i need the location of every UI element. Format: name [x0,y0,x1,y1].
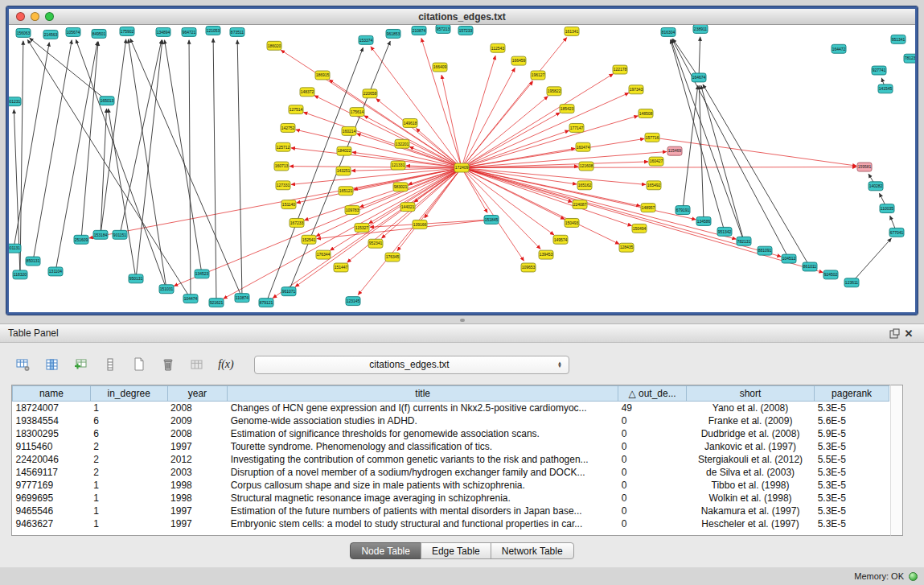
cell-out_degree[interactable]: 0 [618,479,687,492]
graph-edge[interactable] [699,37,700,78]
graph-edge[interactable] [101,109,107,235]
graph-node[interactable]: 951342 [717,227,732,236]
cell-name[interactable]: 18724007 [13,402,91,415]
column-header-in_degree[interactable]: in_degree [90,386,167,402]
graph-node[interactable]: 140282 [869,182,883,191]
graph-edge[interactable] [189,40,191,299]
graph-node[interactable]: 186020 [267,41,281,50]
cell-pagerank[interactable]: 5.3E-5 [815,440,889,453]
close-panel-icon[interactable]: ✕ [901,327,916,340]
graph-node[interactable]: 110874 [235,294,249,303]
graph-node[interactable]: 220658 [363,89,377,98]
graph-node[interactable]: 901151 [113,230,127,239]
graph-node[interactable]: 134894 [156,27,170,36]
graph-node[interactable]: 123611 [844,278,859,287]
cell-name[interactable]: 9465546 [13,505,91,517]
cell-short[interactable]: Jankovic et al. (1997) [686,440,814,453]
cell-pagerank[interactable]: 5.3E-5 [815,505,889,517]
network-table-selector[interactable]: citations_edges.txt ▲▼ [254,356,569,374]
graph-edge[interactable] [20,41,23,275]
graph-node[interactable]: 185423 [560,105,574,113]
graph-node[interactable]: 879121 [259,299,273,307]
cell-short[interactable]: Tibbo et al. (1998) [686,479,814,492]
delete-icon[interactable] [156,354,180,375]
graph-node[interactable]: 961071 [281,287,296,296]
table-row[interactable]: 911546021997Tourette syndrome. Phenomeno… [13,440,889,453]
table-row[interactable]: 2242004622012Investigating the contribut… [13,453,889,466]
graph-node[interactable]: 121608 [579,162,593,171]
graph-edge[interactable] [699,85,704,221]
graph-edge[interactable] [357,134,462,168]
cell-in_degree[interactable]: 1 [90,479,167,492]
graph-node[interactable]: 251609 [74,235,88,244]
cell-out_degree[interactable]: 49 [618,402,687,415]
cell-in_degree[interactable]: 2 [90,440,167,453]
graph-edge[interactable] [317,220,491,239]
cell-name[interactable]: 9699695 [13,492,91,505]
graph-edge[interactable] [213,39,216,303]
cell-pagerank[interactable]: 5.5E-5 [815,453,889,466]
graph-node[interactable]: 176345 [385,253,400,262]
graph-node[interactable]: 127331 [276,181,290,190]
cell-title[interactable]: Estimation of the future numbers of pati… [228,505,618,517]
graph-node[interactable]: 148372 [300,88,314,97]
graph-node[interactable]: 677041 [889,228,904,237]
graph-node[interactable]: 983021 [393,183,408,192]
table-row[interactable]: 946362711997Embryonic stem cells: a mode… [13,517,889,530]
graph-node[interactable]: 927741 [872,66,886,75]
cell-pagerank[interactable]: 5.3E-5 [815,479,889,492]
graph-node[interactable]: 816304 [661,27,676,36]
graph-edge[interactable] [683,85,698,210]
graph-node[interactable]: 184022 [337,146,351,155]
graph-node[interactable]: 141545 [878,84,893,93]
graph-node[interactable]: 115327 [355,223,369,232]
cell-out_degree[interactable]: 0 [618,414,687,427]
add-column-icon[interactable] [69,354,93,375]
network-canvas[interactable]: 1724091560632145631056748495011759021348… [9,25,915,312]
graph-node[interactable]: 150494 [632,224,647,233]
cell-in_degree[interactable]: 1 [90,492,167,505]
table-row[interactable]: 1456911722003Disruption of a novel membe… [13,466,889,479]
graph-node[interactable]: 952341 [368,239,383,248]
table-scrollbar[interactable] [890,385,903,536]
graph-node[interactable]: 901231 [9,97,21,106]
graph-node[interactable]: 861011 [803,262,817,271]
graph-node[interactable]: 121053 [206,26,220,35]
cell-short[interactable]: Nakamura et al. (1997) [686,505,814,517]
graph-node[interactable]: 160713 [274,162,289,171]
graph-node[interactable]: 109653 [521,263,536,272]
cell-title[interactable]: Corpus callosum shape and size in male p… [228,479,618,492]
cell-out_degree[interactable]: 0 [618,505,687,517]
graph-node[interactable]: 134523 [195,270,209,278]
graph-node[interactable]: 950131 [129,274,143,283]
graph-node[interactable]: 132201 [395,139,409,148]
graph-node[interactable]: 121331 [391,161,405,170]
graph-edge[interactable] [314,96,462,168]
graph-node[interactable]: 118320 [13,270,27,279]
cell-out_degree[interactable]: 0 [618,453,687,466]
cell-title[interactable]: Genome-wide association studies in ADHD. [228,414,618,427]
cell-short[interactable]: Wolkin et al. (1998) [686,492,814,505]
cell-short[interactable]: Hescheler et al. (1997) [686,517,814,530]
graph-edge[interactable] [81,42,98,240]
graph-node[interactable]: 105674 [66,27,80,36]
cell-title[interactable]: Embryonic stem cells: a model to study s… [228,517,618,530]
graph-node[interactable]: 165121 [339,187,353,196]
cell-year[interactable]: 2008 [167,427,228,440]
graph-node[interactable]: 123145 [346,297,360,306]
cell-in_degree[interactable]: 1 [90,517,167,530]
cell-pagerank[interactable]: 5.9E-5 [815,427,889,440]
graph-edge[interactable] [136,40,162,279]
cell-year[interactable]: 2003 [167,466,228,479]
graph-node[interactable]: 921621 [209,299,224,307]
graph-node[interactable]: 157716 [645,133,659,142]
graph-node[interactable]: 139166 [413,220,427,229]
graph-node[interactable]: 849501 [92,29,106,38]
graph-edge[interactable] [462,168,696,220]
cell-year[interactable]: 1997 [167,517,228,530]
graph-node[interactable]: 167233 [290,218,304,227]
graph-edge[interactable] [462,168,823,273]
graph-node[interactable]: 104512 [782,254,796,263]
graph-edge[interactable] [369,168,462,224]
graph-node[interactable]: 210874 [412,26,426,35]
